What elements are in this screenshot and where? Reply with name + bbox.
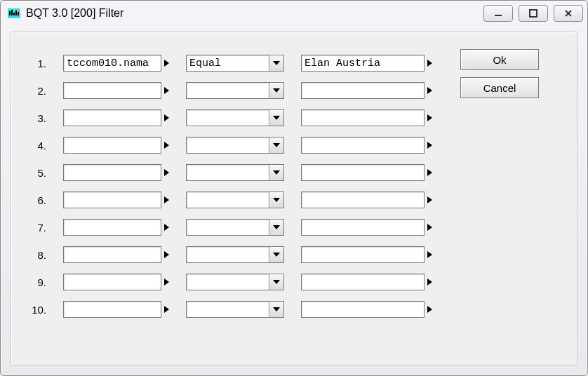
value-picker-icon[interactable]: [427, 87, 432, 94]
svg-rect-5: [18, 12, 19, 15]
field-picker-icon[interactable]: [164, 251, 169, 258]
maximize-button[interactable]: [519, 5, 548, 22]
titlebar[interactable]: BQT 3.0 [200] Filter: [1, 1, 587, 26]
field-input[interactable]: [63, 164, 161, 181]
field-picker-icon[interactable]: [164, 306, 169, 313]
field-input[interactable]: [63, 109, 161, 126]
value-input[interactable]: [301, 301, 425, 318]
client-area: 1.2.3.4.5.6.7.8.9.10. Ok Cancel: [11, 32, 577, 365]
ok-button[interactable]: Ok: [460, 49, 539, 70]
row-number: 10.: [28, 304, 46, 316]
value-input[interactable]: [301, 274, 425, 290]
field-input[interactable]: [63, 82, 161, 99]
window-controls: [483, 5, 583, 22]
value-column-group: [301, 274, 432, 290]
filter-row: 8.: [28, 245, 432, 264]
field-input[interactable]: [63, 246, 161, 263]
value-picker-icon[interactable]: [427, 306, 432, 313]
field-picker-icon[interactable]: [164, 169, 169, 176]
operator-input[interactable]: [186, 219, 269, 236]
chevron-down-icon: [273, 88, 280, 93]
value-picker-icon[interactable]: [427, 169, 432, 176]
operator-input[interactable]: [186, 82, 269, 99]
field-input[interactable]: [63, 274, 161, 290]
minimize-button[interactable]: [483, 5, 513, 22]
row-number: 8.: [28, 249, 46, 261]
filter-row: 5.: [28, 163, 432, 182]
value-picker-icon[interactable]: [427, 114, 432, 121]
value-picker-icon[interactable]: [427, 60, 432, 67]
value-input[interactable]: [301, 82, 425, 99]
field-column-group: [63, 192, 169, 208]
chevron-down-icon: [273, 61, 280, 65]
value-input[interactable]: [301, 192, 425, 208]
value-input[interactable]: [301, 246, 425, 263]
field-column-group: [63, 137, 169, 154]
operator-input[interactable]: [186, 137, 269, 154]
value-picker-icon[interactable]: [427, 142, 432, 149]
chevron-down-icon: [273, 116, 280, 120]
value-input[interactable]: [301, 55, 425, 72]
value-input[interactable]: [301, 219, 425, 236]
operator-combo: [186, 219, 284, 236]
field-input[interactable]: [63, 192, 161, 208]
value-picker-icon[interactable]: [427, 224, 432, 231]
svg-rect-1: [9, 11, 11, 15]
chevron-down-icon: [273, 198, 280, 202]
filter-row: 4.: [28, 135, 432, 155]
operator-input[interactable]: [186, 164, 269, 181]
operator-dropdown-button[interactable]: [269, 219, 284, 236]
operator-input[interactable]: [186, 109, 269, 126]
operator-combo: [186, 274, 284, 290]
field-input[interactable]: [63, 55, 161, 72]
operator-dropdown-button[interactable]: [269, 109, 284, 126]
filter-row: 9.: [28, 272, 432, 292]
operator-input[interactable]: [186, 55, 269, 72]
operator-input[interactable]: [186, 246, 269, 263]
field-picker-icon[interactable]: [164, 196, 169, 203]
value-picker-icon[interactable]: [427, 251, 432, 258]
operator-dropdown-button[interactable]: [269, 82, 284, 99]
row-number: 6.: [28, 194, 46, 206]
svg-rect-6: [495, 15, 502, 16]
field-picker-icon[interactable]: [164, 60, 169, 67]
operator-dropdown-button[interactable]: [269, 55, 284, 72]
operator-dropdown-button[interactable]: [269, 164, 284, 181]
field-input[interactable]: [63, 137, 161, 154]
cancel-button[interactable]: Cancel: [460, 77, 539, 98]
operator-input[interactable]: [186, 274, 269, 290]
field-picker-icon[interactable]: [164, 278, 169, 286]
operator-combo: [186, 55, 284, 72]
value-input[interactable]: [301, 109, 425, 126]
operator-dropdown-button[interactable]: [269, 274, 284, 290]
operator-dropdown-button[interactable]: [269, 301, 284, 318]
value-column-group: [301, 192, 432, 208]
filter-row: 3.: [28, 108, 432, 128]
operator-input[interactable]: [186, 301, 269, 318]
filter-row: 10.: [28, 300, 432, 319]
value-picker-icon[interactable]: [427, 196, 432, 203]
close-button[interactable]: [554, 5, 583, 22]
value-input[interactable]: [301, 137, 425, 154]
row-number: 1.: [28, 58, 46, 69]
chevron-down-icon: [273, 143, 280, 147]
value-column-group: [301, 219, 432, 236]
operator-input[interactable]: [186, 192, 269, 208]
operator-dropdown-button[interactable]: [269, 137, 284, 154]
field-picker-icon[interactable]: [164, 114, 169, 121]
field-input[interactable]: [63, 219, 161, 236]
value-input[interactable]: [301, 164, 425, 181]
field-input[interactable]: [63, 301, 161, 318]
field-column-group: [63, 301, 169, 318]
field-column-group: [63, 274, 169, 290]
filter-row: 2.: [28, 81, 432, 100]
operator-dropdown-button[interactable]: [269, 192, 284, 208]
value-picker-icon[interactable]: [427, 278, 432, 286]
field-picker-icon[interactable]: [164, 87, 169, 94]
form-area: 1.2.3.4.5.6.7.8.9.10. Ok Cancel: [28, 53, 560, 327]
operator-dropdown-button[interactable]: [269, 246, 284, 263]
chevron-down-icon: [273, 170, 280, 175]
field-picker-icon[interactable]: [164, 142, 169, 149]
field-picker-icon[interactable]: [164, 224, 169, 231]
field-column-group: [63, 82, 169, 99]
